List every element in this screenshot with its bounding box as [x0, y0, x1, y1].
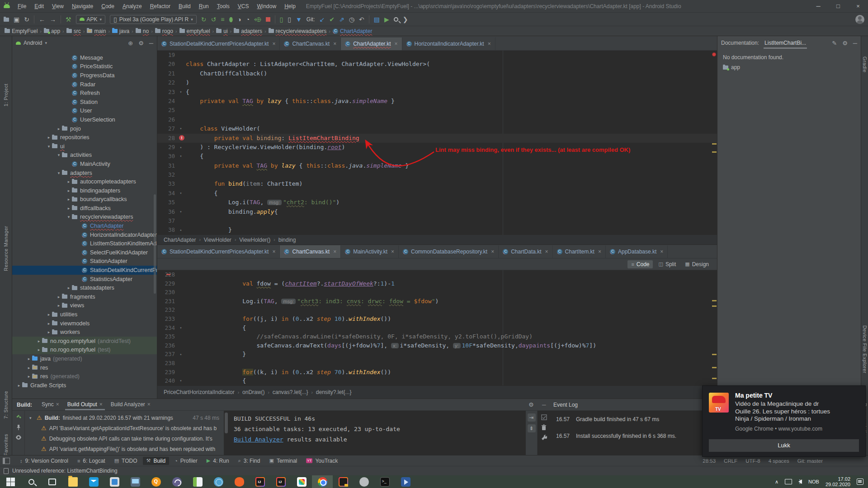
sdk-manager-icon[interactable]: ▼ — [296, 16, 302, 23]
view-mode-split[interactable]: ◫Split — [655, 260, 679, 268]
toolwindow-run[interactable]: ▶4: Run — [203, 457, 233, 465]
bottom-editor[interactable]: 228229 val fdow = (chartItem?.startDayOf… — [157, 270, 717, 385]
menu-file[interactable]: File — [14, 3, 30, 9]
close-button[interactable]: × — [848, 0, 868, 13]
menu-help[interactable]: Help — [280, 3, 300, 9]
edit-icon[interactable]: ✎ — [832, 40, 837, 47]
tree-item-chartadapter[interactable]: ChartAdapter — [12, 221, 157, 230]
fold-marker-icon[interactable]: ▾ — [178, 207, 184, 216]
documentation-tab[interactable]: ListItemChartBi... — [764, 37, 807, 49]
tree-item-activities[interactable]: ▾activities — [12, 151, 157, 160]
close-tab-icon[interactable]: × — [660, 249, 663, 255]
rerun-build-icon[interactable] — [15, 413, 22, 420]
expander-icon[interactable]: ▸ — [26, 357, 32, 361]
mark-read-icon[interactable] — [541, 414, 547, 420]
tray-language[interactable]: NOB — [808, 479, 819, 484]
layout-inspector-icon[interactable]: ▤ — [374, 16, 380, 23]
toolstrip-project[interactable]: 1: Project — [3, 84, 9, 106]
taskbar-intellij[interactable] — [250, 475, 270, 488]
expander-icon[interactable]: ▸ — [46, 135, 52, 140]
tree-item-res[interactable]: ▸res — [12, 363, 157, 372]
close-tab-icon[interactable]: × — [391, 249, 394, 255]
breadcrumb-emptyfuel[interactable]: emptyfuel — [179, 28, 211, 34]
breadcrumb-java[interactable]: java — [111, 28, 130, 34]
toolstrip-resource-manager[interactable]: Resource Manager — [3, 226, 9, 271]
expander-icon[interactable]: ▸ — [46, 321, 52, 326]
git-update-icon[interactable]: ↙ — [319, 16, 325, 23]
editor-breadcrumb-item[interactable]: canvas?.let{...} — [273, 389, 308, 395]
device-dropdown[interactable]: ▯ Pixel 3a (Google Play) API R ▾ — [110, 15, 197, 24]
run-icon[interactable]: ↻ — [201, 16, 207, 23]
menu-run[interactable]: Run — [195, 3, 213, 9]
build-message[interactable]: ▾⚠Build: finished at 29.02.2020 16.57 wi… — [25, 413, 224, 423]
toolstrip-gradle[interactable]: Gradle — [862, 56, 868, 72]
tab-chartadapter-kt[interactable]: ChartAdapter.kt× — [341, 38, 402, 50]
tree-item-radar[interactable]: Radar — [12, 80, 157, 89]
fold-marker-icon[interactable]: ▾ — [178, 376, 184, 385]
error-marker-icon[interactable]: ! — [179, 135, 184, 141]
tray-expand-icon[interactable]: ∧ — [775, 479, 778, 485]
tab-horizontalindicatoradapter-kt[interactable]: HorizontalIndicatorAdapter.kt× — [402, 38, 495, 50]
tree-item-listitemstationkinditemadapter[interactable]: ListItemStationKindItemAdapter — [12, 239, 157, 248]
breadcrumb-emptyfuel[interactable]: EmptyFuel — [4, 28, 38, 34]
breadcrumb-chartadapter[interactable]: ChartAdapter — [332, 28, 373, 34]
close-tab-icon[interactable]: × — [99, 401, 103, 408]
taskbar-start[interactable] — [0, 475, 21, 488]
close-tab-icon[interactable]: × — [147, 401, 151, 408]
tree-item-recyclerviewadapters[interactable]: ▾recyclerviewadapters — [12, 213, 157, 222]
editor-breadcrumb-item[interactable]: ViewHolder() — [239, 237, 270, 243]
attach-debugger-icon[interactable]: ⬲ — [254, 16, 261, 23]
taskbar-chrome[interactable] — [312, 475, 333, 488]
close-tab-icon[interactable]: × — [395, 41, 398, 47]
tree-item-no-rogo-emptyfuel[interactable]: ▸no.rogo.emptyfuel(androidTest) — [12, 337, 157, 346]
debug-icon[interactable]: ⬮ — [229, 16, 233, 23]
expander-icon[interactable]: ▸ — [66, 179, 72, 184]
build-tree-scrollbar[interactable] — [225, 413, 228, 433]
tab-chartcanvas-kt[interactable]: ChartCanvas.kt× — [280, 38, 341, 50]
tree-item-user[interactable]: User — [12, 107, 157, 116]
editor-breadcrumb-item[interactable]: ChartAdapter — [164, 237, 196, 243]
profiler-icon[interactable]: ◔ — [246, 16, 250, 23]
back-icon[interactable]: ← — [39, 16, 45, 23]
open-icon[interactable] — [4, 16, 9, 23]
close-tab-icon[interactable]: × — [488, 41, 491, 47]
device-file-icon[interactable]: ▯ — [288, 16, 291, 23]
toolwindow-terminal[interactable]: ▣Terminal — [265, 457, 301, 465]
top-editor[interactable]: Lint may miss binding, even if they exis… — [157, 51, 717, 235]
project-view-selector[interactable]: Android — [24, 40, 42, 46]
taskbar-file-explorer[interactable] — [62, 475, 83, 488]
taskbar-android-studio[interactable] — [333, 475, 354, 488]
toolstrip-structure[interactable]: 7: Structure — [3, 391, 9, 419]
taskbar-database[interactable] — [208, 475, 229, 488]
menu-analyze[interactable]: Analyze — [118, 3, 146, 9]
expander-icon[interactable]: ▸ — [26, 374, 32, 379]
tree-item-gradle-scripts[interactable]: ▸Gradle Scripts — [12, 381, 157, 390]
history-icon[interactable]: ◷ — [349, 16, 354, 23]
toolstrip-device-file-explorer[interactable]: Device File Explorer — [862, 325, 868, 373]
build-tab-build-analyzer[interactable]: Build Analyzer× — [107, 399, 155, 410]
expander-icon[interactable]: ▾ — [29, 416, 34, 420]
expander-icon[interactable]: ▾ — [66, 215, 72, 219]
search-everywhere-icon[interactable] — [394, 17, 398, 22]
tree-item-repositories[interactable]: ▸repositories — [12, 133, 157, 142]
tree-item-workers[interactable]: ▸workers — [12, 328, 157, 337]
tree-item-selectfuelkindadapter[interactable]: SelectFuelKindAdapter — [12, 248, 157, 257]
settings-icon[interactable]: ⚙ — [138, 40, 144, 47]
close-tab-icon[interactable]: × — [333, 249, 336, 255]
pin-icon[interactable] — [16, 424, 21, 431]
taskbar-remote-desktop[interactable] — [125, 475, 146, 488]
close-tab-icon[interactable]: × — [56, 401, 59, 408]
menu-window[interactable]: Window — [253, 3, 280, 9]
expander-icon[interactable]: ▾ — [46, 144, 52, 149]
expander-icon[interactable]: ▸ — [56, 127, 62, 131]
menu-navigate[interactable]: Navigate — [68, 3, 97, 9]
save-icon[interactable]: ▣ — [14, 16, 19, 23]
taskbar-gimp[interactable] — [354, 475, 374, 488]
expander-icon[interactable]: ▸ — [16, 383, 22, 388]
close-tab-icon[interactable]: × — [272, 41, 275, 47]
forward-icon[interactable]: → — [50, 16, 56, 23]
fold-marker-icon[interactable]: ▾ — [178, 124, 184, 133]
run-anything-icon[interactable]: ▶ — [384, 16, 389, 23]
close-tab-icon[interactable]: × — [545, 249, 548, 255]
tool-window-switcher-icon[interactable] — [3, 458, 10, 464]
